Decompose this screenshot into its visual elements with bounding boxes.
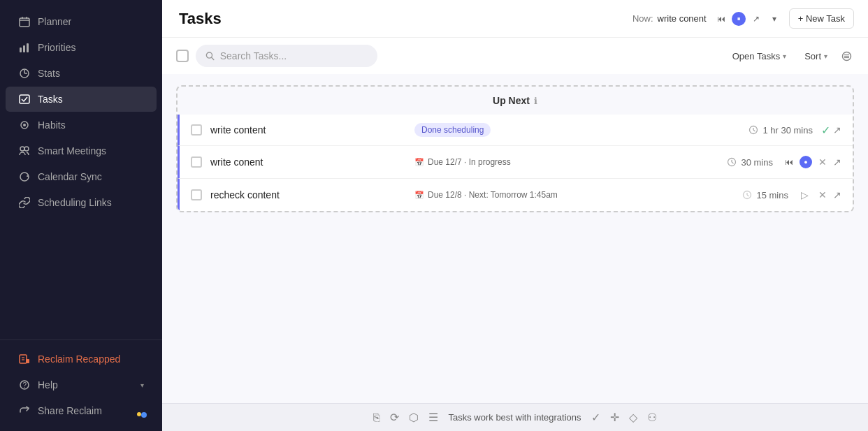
svg-rect-5 <box>23 45 25 52</box>
integration-diamond-icon[interactable]: ◇ <box>629 411 637 424</box>
svg-rect-20 <box>737 17 739 20</box>
svg-rect-8 <box>20 95 29 103</box>
view-options-button[interactable] <box>839 48 854 64</box>
bottom-message: Tasks work best with integrations <box>448 412 581 423</box>
svg-rect-6 <box>27 43 29 52</box>
main-content: Tasks Now: write conent ⏮ ↗ ▾ + New Task <box>162 0 868 431</box>
sidebar-item-smart-meetings[interactable]: Smart Meetings <box>6 138 157 163</box>
page-header: Tasks Now: write conent ⏮ ↗ ▾ + New Task <box>162 0 868 38</box>
search-icon <box>205 51 215 61</box>
select-all-checkbox[interactable] <box>176 50 189 62</box>
sidebar-label-calendar-sync: Calendar Sync <box>38 171 102 182</box>
done-icon-1[interactable]: ✓ <box>821 124 830 137</box>
dismiss-task-2[interactable]: ✕ <box>815 154 830 170</box>
integration-copy-icon[interactable]: ⎘ <box>373 411 380 424</box>
calendar-sync-icon <box>18 170 31 183</box>
reclaim-recapped-label: Reclaim Recapped <box>38 353 120 365</box>
svg-point-11 <box>20 147 24 151</box>
dismiss-task-3[interactable]: ✕ <box>815 187 830 203</box>
time-icon-3 <box>742 190 752 200</box>
svg-point-12 <box>24 147 29 151</box>
search-input[interactable] <box>220 50 368 61</box>
task-checkbox-3[interactable] <box>191 189 202 200</box>
sidebar-item-habits[interactable]: Habits <box>6 112 157 138</box>
new-task-button[interactable]: + New Task <box>789 8 854 29</box>
sidebar-label-priorities: Priorities <box>38 42 75 53</box>
help-chevron-icon: ▾ <box>140 381 144 389</box>
sidebar-label-smart-meetings: Smart Meetings <box>38 145 106 156</box>
open-task-icon-1[interactable]: ↗ <box>833 124 841 136</box>
sidebar-item-planner[interactable]: Planner <box>6 9 157 34</box>
integration-list-icon[interactable]: ☰ <box>428 411 438 424</box>
time-value-1: 1 hr 30 mins <box>762 125 813 136</box>
share-reclaim-label: Share Reclaim <box>38 405 102 416</box>
due-text-3: Due 12/8 · Next: Tomorrow 1:45am <box>428 190 558 200</box>
sidebar: Planner Priorities Stats Tasks Habits <box>0 0 162 431</box>
task-time-1: 1 hr 30 mins <box>748 125 813 136</box>
integration-tag-icon[interactable]: ⬡ <box>409 411 419 424</box>
share-icon <box>18 404 31 417</box>
integration-check-icon[interactable]: ✓ <box>591 411 600 424</box>
sidebar-item-calendar-sync[interactable]: Calendar Sync <box>6 164 157 189</box>
open-task-icon-2[interactable]: ↗ <box>833 156 841 168</box>
play-button[interactable] <box>732 12 746 26</box>
sidebar-item-share-reclaim[interactable]: Share Reclaim <box>6 398 157 423</box>
rewind-task-2[interactable]: ⏮ <box>781 154 797 170</box>
external-link-button[interactable]: ↗ <box>748 11 764 27</box>
up-next-header: Up Next ℹ <box>178 87 853 115</box>
sidebar-item-scheduling-links[interactable]: Scheduling Links <box>6 190 157 215</box>
svg-line-33 <box>732 162 734 163</box>
dot-blue-indicator <box>141 412 147 418</box>
sidebar-item-tasks[interactable]: Tasks <box>6 87 157 112</box>
task-time-2: 30 mins <box>727 157 773 168</box>
stats-icon <box>18 67 31 80</box>
now-badge: Now: write conent <box>632 13 707 24</box>
search-box <box>196 45 377 67</box>
sidebar-item-priorities[interactable]: Priorities <box>6 35 157 60</box>
svg-rect-4 <box>20 48 22 52</box>
task-meta-1: Done scheduling <box>414 123 740 137</box>
due-badge-2: 📅 Due 12/7 · In progress <box>414 157 511 167</box>
sidebar-label-stats: Stats <box>38 68 60 79</box>
svg-rect-16 <box>26 359 29 363</box>
sort-button[interactable]: Sort ▾ <box>797 48 834 65</box>
play-task-3[interactable]: ▷ <box>797 187 812 203</box>
calendar-icon-2: 📅 <box>414 158 424 167</box>
task-checkbox-1[interactable] <box>191 124 202 136</box>
task-meta-2: 📅 Due 12/7 · In progress <box>414 157 718 167</box>
sidebar-item-stats[interactable]: Stats <box>6 61 157 86</box>
integration-users-icon[interactable]: ⚇ <box>647 411 657 424</box>
svg-text:?: ? <box>23 381 27 389</box>
task-checkbox-2[interactable] <box>191 156 202 168</box>
status-badge-1: Done scheduling <box>414 123 491 137</box>
scheduling-links-icon <box>18 196 31 209</box>
open-task-icon-3[interactable]: ↗ <box>833 189 841 200</box>
habits-icon <box>18 119 31 131</box>
page-title: Tasks <box>179 10 222 28</box>
table-row: write content Done scheduling 1 hr 30 mi… <box>178 115 853 146</box>
integration-plus-icon[interactable]: ✛ <box>610 411 619 424</box>
task-list-content: Up Next ℹ write content Done scheduling … <box>162 74 868 403</box>
reclaim-recapped-item[interactable]: Reclaim Recapped <box>6 346 157 372</box>
svg-line-36 <box>747 195 749 196</box>
open-tasks-filter[interactable]: Open Tasks ▾ <box>725 48 793 65</box>
reclaim-recapped-icon <box>18 353 31 365</box>
sidebar-item-help[interactable]: ? Help ▾ <box>6 372 157 397</box>
task-meta-3: 📅 Due 12/8 · Next: Tomorrow 1:45am <box>414 190 734 200</box>
rewind-button[interactable]: ⏮ <box>714 11 729 27</box>
planner-icon <box>18 15 31 28</box>
task-name-2: write conent <box>210 156 406 168</box>
svg-line-30 <box>753 130 755 131</box>
task-actions-2: ⏮ ● ✕ ↗ <box>781 154 841 170</box>
integration-sync-icon[interactable]: ⟳ <box>390 411 399 424</box>
sort-label: Sort <box>804 51 821 61</box>
calendar-icon-3: 📅 <box>414 191 424 200</box>
sidebar-label-scheduling-links: Scheduling Links <box>38 197 112 208</box>
time-icon-1 <box>748 125 758 135</box>
up-next-info-icon[interactable]: ℹ <box>534 96 537 106</box>
play-task-2[interactable]: ● <box>800 156 812 168</box>
bottom-bar: ⎘ ⟳ ⬡ ☰ Tasks work best with integration… <box>162 403 868 431</box>
tasks-icon <box>18 93 31 105</box>
task-name-1: write content <box>210 124 406 136</box>
dropdown-button[interactable]: ▾ <box>767 11 782 27</box>
